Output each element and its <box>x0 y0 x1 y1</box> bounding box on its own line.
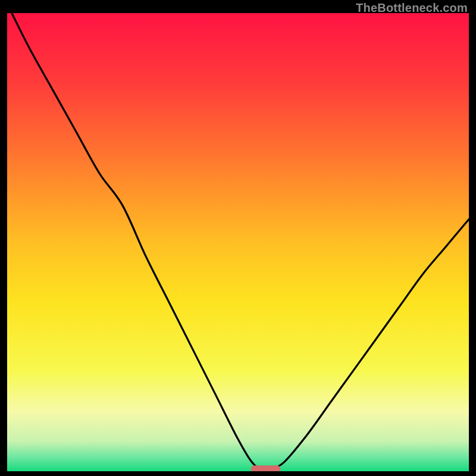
chart-background <box>7 13 469 471</box>
chart-frame <box>7 13 469 471</box>
optimal-range-marker <box>251 465 281 471</box>
bottleneck-chart <box>7 13 469 471</box>
